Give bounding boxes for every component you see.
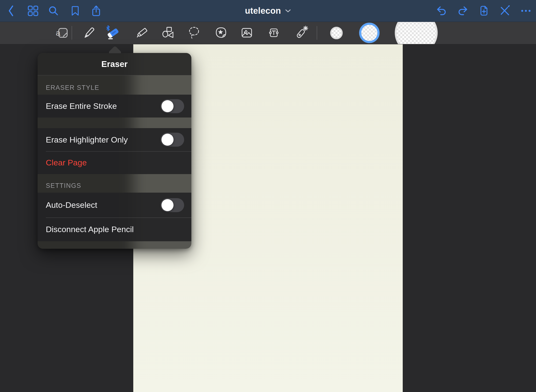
section-label: ERASER STYLE (46, 84, 99, 91)
redo-button[interactable] (455, 0, 470, 22)
row-erase-entire-stroke[interactable]: Erase Entire Stroke (38, 95, 191, 118)
tool-highlighter[interactable] (133, 25, 150, 41)
pen-icon (81, 25, 97, 40)
tool-shapes[interactable] (160, 25, 176, 41)
toggle-knob (161, 100, 174, 112)
popover-title: Eraser (101, 59, 128, 69)
row-label: Auto-Deselect (46, 200, 97, 210)
highlighter-icon (134, 25, 149, 40)
share-icon (90, 5, 102, 17)
laser-pointer-icon (294, 25, 309, 40)
tool-zoom-window[interactable]: a (54, 25, 70, 41)
undo-button[interactable] (434, 0, 449, 22)
document-title: utelecon (245, 6, 281, 16)
toggle-auto-deselect[interactable] (161, 198, 184, 212)
row-disconnect-apple-pencil[interactable]: Disconnect Apple Pencil (38, 217, 191, 241)
tool-laser-pointer[interactable] (293, 25, 310, 41)
row-erase-highlighter-only[interactable]: Erase Highlighter Only (38, 128, 191, 151)
bookmark-button[interactable] (68, 0, 83, 22)
clear-page-button[interactable]: Clear Page (46, 158, 87, 167)
bookmark-icon (70, 5, 81, 17)
chevron-down-icon (285, 9, 291, 13)
back-button[interactable] (3, 0, 18, 22)
pen-off-icon (499, 5, 510, 17)
section-eraser-style: ERASER STYLE (38, 75, 191, 95)
eraser-size-small[interactable] (330, 27, 343, 39)
section-label: SETTINGS (46, 182, 81, 189)
navigation-bar: utelecon (0, 0, 536, 22)
toolbar-divider (72, 26, 72, 40)
popover-bottom-strip (38, 241, 191, 249)
eraser-popover: Eraser ERASER STYLE Erase Entire Stroke … (38, 53, 191, 249)
grid-icon (27, 5, 39, 17)
more-options-button[interactable] (518, 0, 533, 22)
redo-icon (457, 5, 469, 17)
share-button[interactable] (89, 0, 104, 22)
row-auto-deselect[interactable]: Auto-Deselect (38, 193, 191, 217)
pages-overview-button[interactable] (26, 0, 40, 22)
chevron-left-icon (7, 5, 14, 17)
add-page-icon (478, 5, 489, 17)
row-label: Erase Entire Stroke (46, 101, 117, 111)
tools-toolbar: a (0, 22, 536, 44)
row-clear-page[interactable]: Clear Page (38, 151, 191, 174)
disconnect-apple-pencil-button[interactable]: Disconnect Apple Pencil (46, 225, 134, 234)
toggle-erase-entire-stroke[interactable] (161, 99, 184, 113)
eraser-size-medium-selected[interactable] (359, 23, 380, 43)
section-settings: SETTINGS (38, 174, 191, 193)
eraser-icon (105, 25, 121, 41)
undo-icon (436, 5, 448, 17)
tool-elements[interactable] (213, 25, 229, 41)
document-title-menu[interactable]: utelecon (245, 6, 291, 16)
tool-lasso[interactable] (186, 25, 202, 41)
toggle-knob (161, 199, 174, 211)
section-spacer (38, 118, 191, 128)
popover-header: Eraser (38, 53, 191, 75)
read-only-mode-button[interactable] (497, 0, 512, 22)
svg-text:a: a (56, 28, 60, 37)
zoom-window-icon: a (54, 25, 70, 40)
toolbar-divider (317, 26, 317, 40)
search-button[interactable] (46, 0, 61, 22)
tool-text[interactable] (266, 25, 282, 41)
tool-image[interactable] (239, 25, 255, 41)
row-label: Erase Highlighter Only (46, 135, 128, 144)
eraser-size-large[interactable] (395, 22, 438, 44)
ellipsis-icon (520, 5, 532, 17)
image-icon (239, 25, 255, 40)
shapes-icon (161, 25, 176, 40)
search-icon (48, 5, 59, 17)
goodnotes-app-screen: utelecon (0, 0, 536, 392)
toggle-knob (161, 134, 174, 146)
add-page-button[interactable] (476, 0, 491, 22)
popover-caret (108, 45, 122, 53)
tool-eraser[interactable] (105, 25, 121, 41)
tool-pen[interactable] (81, 25, 97, 41)
elements-sticker-icon (213, 25, 229, 40)
text-icon (266, 25, 281, 40)
bluetooth-icon (107, 26, 109, 31)
lasso-icon (187, 25, 202, 40)
toggle-erase-highlighter-only[interactable] (161, 133, 184, 147)
